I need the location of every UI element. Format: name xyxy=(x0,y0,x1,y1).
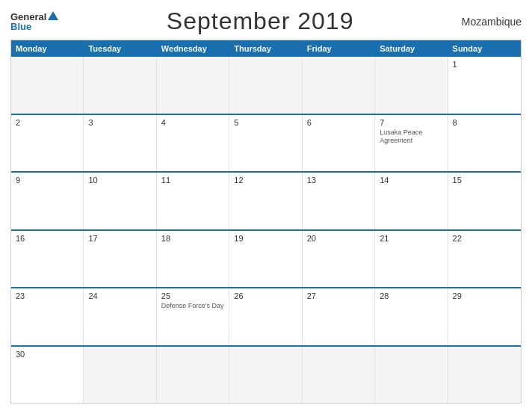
cell-sep-12: 12 xyxy=(229,173,302,229)
day-number: 13 xyxy=(307,176,316,185)
cell-sep-17: 17 xyxy=(84,231,156,288)
day-number: 24 xyxy=(88,291,97,300)
cell-sep-22: 22 xyxy=(448,231,521,288)
event-label-lusaka: Lusaka Peace Agreement xyxy=(380,129,442,146)
day-number: 4 xyxy=(161,118,166,127)
calendar-row-2: 2 3 4 5 6 7 Lusaka Peace Agreement xyxy=(11,114,521,172)
cell-empty xyxy=(448,347,521,404)
cell-sep-21: 21 xyxy=(375,231,448,288)
calendar-row-6: 30 xyxy=(11,345,521,404)
day-number: 2 xyxy=(16,118,20,127)
logo-triangle-icon xyxy=(48,11,58,20)
cell-empty xyxy=(375,57,448,114)
cell-sep-16: 16 xyxy=(11,231,84,288)
day-number: 30 xyxy=(16,350,25,359)
day-number: 12 xyxy=(234,176,243,185)
cell-empty xyxy=(11,57,84,114)
day-number: 29 xyxy=(453,291,462,300)
cell-sep-15: 15 xyxy=(448,173,521,229)
day-number: 17 xyxy=(88,234,97,243)
header-sunday: Sunday xyxy=(448,40,521,57)
cell-empty xyxy=(229,347,302,404)
cell-sep-9: 9 xyxy=(11,173,84,229)
day-number: 21 xyxy=(380,234,389,243)
event-label-defense: Defense Force's Day xyxy=(161,302,224,311)
cell-empty xyxy=(84,347,156,404)
cell-empty xyxy=(303,347,375,404)
calendar-body: 1 2 3 4 5 6 xyxy=(11,57,521,403)
cell-sep-30: 30 xyxy=(11,347,84,404)
cell-sep-13: 13 xyxy=(303,173,375,229)
cell-sep-25: 25 Defense Force's Day xyxy=(157,288,229,345)
day-number: 26 xyxy=(234,291,243,300)
day-number: 18 xyxy=(161,234,170,243)
cell-sep-5: 5 xyxy=(229,115,302,172)
calendar-row-3: 9 10 11 12 13 14 15 xyxy=(11,171,521,229)
logo-blue-text: Blue xyxy=(10,22,31,31)
calendar: Monday Tuesday Wednesday Thursday Friday… xyxy=(10,40,522,404)
cell-sep-19: 19 xyxy=(229,231,302,288)
day-number: 27 xyxy=(307,291,316,300)
day-number: 6 xyxy=(307,118,312,127)
day-number: 15 xyxy=(453,176,462,185)
cell-sep-10: 10 xyxy=(84,173,156,229)
day-number: 1 xyxy=(453,60,457,69)
calendar-row-1: 1 xyxy=(11,57,521,114)
day-number: 25 xyxy=(161,291,170,300)
cell-empty xyxy=(157,57,229,114)
calendar-row-4: 16 17 18 19 20 21 22 xyxy=(11,229,521,288)
calendar-header: Monday Tuesday Wednesday Thursday Friday… xyxy=(11,40,521,57)
cell-empty xyxy=(157,347,229,404)
day-number: 8 xyxy=(453,118,457,127)
cell-sep-18: 18 xyxy=(157,231,229,288)
cell-sep-3: 3 xyxy=(84,115,156,172)
day-number: 28 xyxy=(380,291,389,300)
cell-sep-23: 23 xyxy=(11,288,84,345)
day-number: 5 xyxy=(234,118,238,127)
header-monday: Monday xyxy=(11,40,84,57)
cell-empty xyxy=(229,57,302,114)
day-number: 16 xyxy=(16,234,25,243)
header-thursday: Thursday xyxy=(229,40,302,57)
cell-sep-1: 1 xyxy=(448,57,521,114)
header-tuesday: Tuesday xyxy=(84,40,156,57)
calendar-page: General Blue September 2019 Mozambique M… xyxy=(0,0,532,411)
cell-sep-26: 26 xyxy=(229,288,302,345)
page-header: General Blue September 2019 Mozambique xyxy=(10,7,522,35)
logo-general-text: General xyxy=(10,12,46,22)
day-number: 10 xyxy=(88,176,97,185)
cell-sep-14: 14 xyxy=(375,173,448,229)
day-number: 19 xyxy=(234,234,243,243)
cell-sep-4: 4 xyxy=(157,115,229,172)
logo: General Blue xyxy=(10,11,58,31)
cell-sep-28: 28 xyxy=(375,288,448,345)
cell-sep-20: 20 xyxy=(303,231,375,288)
header-friday: Friday xyxy=(303,40,375,57)
cell-sep-27: 27 xyxy=(303,288,375,345)
calendar-title: September 2019 xyxy=(167,7,354,35)
day-number: 7 xyxy=(380,118,384,127)
header-saturday: Saturday xyxy=(375,40,448,57)
day-number: 23 xyxy=(16,291,25,300)
header-wednesday: Wednesday xyxy=(157,40,229,57)
day-number: 14 xyxy=(380,176,389,185)
cell-sep-6: 6 xyxy=(303,115,375,172)
country-label: Mozambique xyxy=(462,16,522,28)
day-number: 11 xyxy=(161,176,170,185)
cell-sep-11: 11 xyxy=(157,173,229,229)
day-number: 22 xyxy=(453,234,462,243)
cell-empty xyxy=(303,57,375,114)
cell-sep-8: 8 xyxy=(448,115,521,172)
cell-sep-7: 7 Lusaka Peace Agreement xyxy=(375,115,448,172)
day-number: 20 xyxy=(307,234,316,243)
cell-empty xyxy=(84,57,156,114)
day-number: 3 xyxy=(88,118,93,127)
day-number: 9 xyxy=(16,176,20,185)
cell-empty xyxy=(375,347,448,404)
cell-sep-2: 2 xyxy=(11,115,84,172)
cell-sep-29: 29 xyxy=(448,288,521,345)
calendar-row-5: 23 24 25 Defense Force's Day 26 27 28 xyxy=(11,287,521,345)
cell-sep-24: 24 xyxy=(84,288,156,345)
